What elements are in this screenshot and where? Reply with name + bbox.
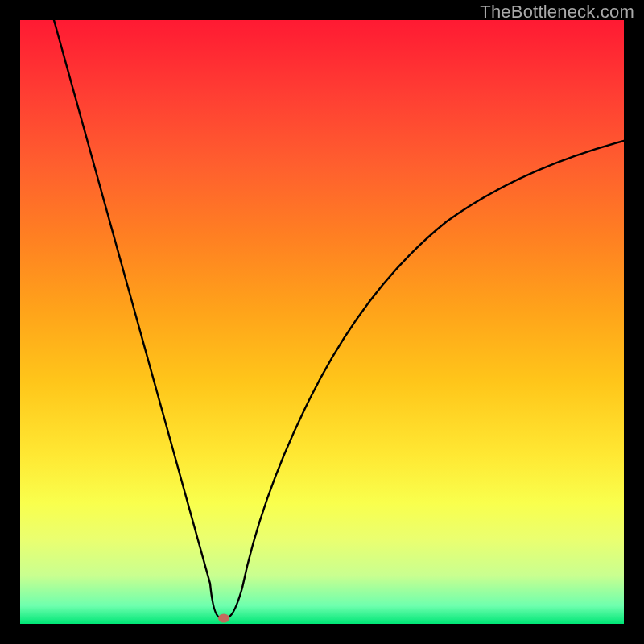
bottleneck-curve <box>20 20 624 624</box>
optimal-point-marker <box>218 614 229 623</box>
chart-frame: TheBottleneck.com <box>0 0 644 644</box>
watermark-text: TheBottleneck.com <box>480 2 634 23</box>
plot-area <box>20 20 624 624</box>
